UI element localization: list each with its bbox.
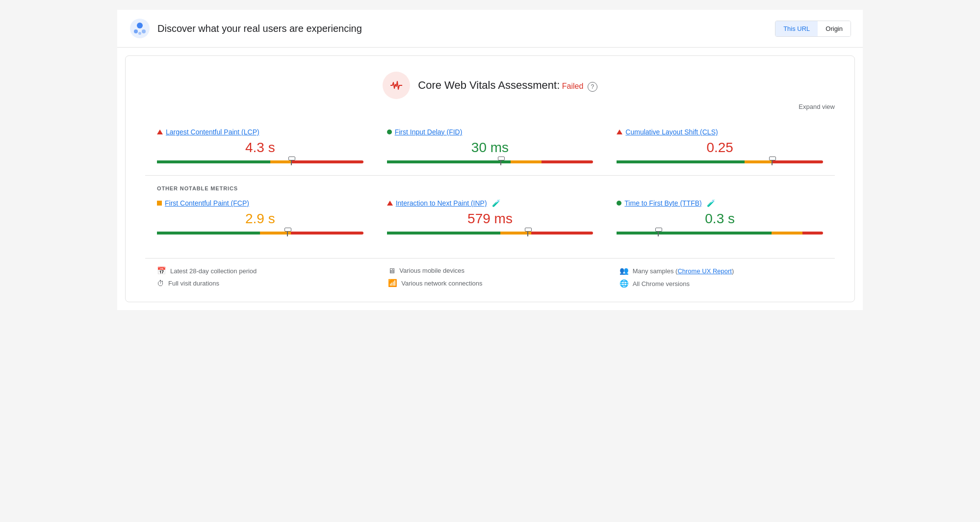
gauge-bar-lcp xyxy=(157,160,363,163)
assessment-header: Core Web Vitals Assessment: Failed ? xyxy=(145,72,835,99)
gauge-orange-fid xyxy=(511,160,542,163)
footer-item-2-1: 🌐 All Chrome versions xyxy=(619,279,823,288)
experimental-icon: 🧪 xyxy=(492,199,500,207)
assessment-title: Core Web Vitals Assessment: xyxy=(418,79,560,91)
other-metrics-grid: First Contentful Paint (FCP) 2.9 s Inter… xyxy=(145,191,835,246)
metric-link-cls[interactable]: Cumulative Layout Shift (CLS) xyxy=(625,128,718,136)
metric-link-ttfb[interactable]: Time to First Byte (TTFB) xyxy=(624,199,701,207)
svg-point-3 xyxy=(142,29,146,33)
gauge-bar-cls xyxy=(617,160,823,163)
footer-link-2-0[interactable]: Chrome UX Report xyxy=(677,267,732,275)
red-triangle-icon xyxy=(387,201,393,206)
assessment-text: Core Web Vitals Assessment: Failed ? xyxy=(418,79,597,92)
url-origin-toggle: This URL Origin xyxy=(775,21,851,37)
footer-item-icon-1-1: 📶 xyxy=(388,279,397,287)
footer-item-1-0: 🖥 Various mobile devices xyxy=(388,266,592,275)
experimental-icon: 🧪 xyxy=(707,199,715,207)
main-card: Core Web Vitals Assessment: Failed ? Exp… xyxy=(125,55,855,302)
metric-label-ttfb: Time to First Byte (TTFB)🧪 xyxy=(617,199,823,207)
footer-item-text-0-1: Full visit durations xyxy=(168,280,219,287)
metric-item-fid: First Input Delay (FID) 30 ms xyxy=(375,120,605,175)
other-metrics-title: OTHER NOTABLE METRICS xyxy=(145,185,835,191)
core-metrics-grid: Largest Contentful Paint (LCP) 4.3 s Fir… xyxy=(145,120,835,175)
gauge-green-ttfb xyxy=(617,232,771,235)
footer-item-text-0-0: Latest 28-day collection period xyxy=(170,267,257,275)
footer-item-text-1-1: Various network connections xyxy=(401,280,482,287)
metric-value-lcp: 4.3 s xyxy=(157,140,363,156)
gauge-green-fcp xyxy=(157,232,260,235)
metric-link-lcp[interactable]: Largest Contentful Paint (LCP) xyxy=(166,128,259,136)
metric-value-fcp: 2.9 s xyxy=(157,211,363,227)
metric-value-cls: 0.25 xyxy=(617,140,823,156)
footer-item-text-2-0: Many samples (Chrome UX Report) xyxy=(633,267,734,275)
footer-item-2-0: 👥 Many samples (Chrome UX Report) xyxy=(619,266,823,275)
metric-value-inp: 579 ms xyxy=(387,211,593,227)
gauge-bar-fcp xyxy=(157,232,363,235)
gauge-marker-cls xyxy=(772,158,773,165)
metric-label-fid: First Input Delay (FID) xyxy=(387,128,593,136)
footer-col-2: 👥 Many samples (Chrome UX Report) 🌐 All … xyxy=(608,266,835,288)
header-left: Discover what your real users are experi… xyxy=(129,18,362,39)
footer-item-1-1: 📶 Various network connections xyxy=(388,279,592,287)
green-dot-icon xyxy=(617,201,621,206)
footer-item-icon-0-0: 📅 xyxy=(157,266,166,275)
metric-item-lcp: Largest Contentful Paint (LCP) 4.3 s xyxy=(145,120,375,175)
metric-label-fcp: First Contentful Paint (FCP) xyxy=(157,199,363,207)
gauge-orange-fcp xyxy=(260,232,291,235)
gauge-bar-inp xyxy=(387,232,593,235)
metric-label-inp: Interaction to Next Paint (INP)🧪 xyxy=(387,199,593,207)
metric-value-fid: 30 ms xyxy=(387,140,593,156)
metric-value-ttfb: 0.3 s xyxy=(617,211,823,227)
footer-item-icon-0-1: ⏱ xyxy=(157,279,164,287)
failed-waveform-icon xyxy=(389,80,403,90)
footer-item-0-0: 📅 Latest 28-day collection period xyxy=(157,266,361,275)
gauge-red-ttfb xyxy=(802,232,823,235)
svg-point-4 xyxy=(138,32,141,35)
metrics-divider xyxy=(145,175,835,176)
metric-item-inp: Interaction to Next Paint (INP)🧪 579 ms xyxy=(375,191,605,246)
gauge-orange-lcp xyxy=(270,160,291,163)
gauge-red-cls xyxy=(772,160,823,163)
metric-item-cls: Cumulative Layout Shift (CLS) 0.25 xyxy=(605,120,835,175)
svg-point-2 xyxy=(134,29,138,33)
footer-item-icon-2-0: 👥 xyxy=(619,266,629,275)
header: Discover what your real users are experi… xyxy=(117,10,863,48)
metric-link-fcp[interactable]: First Contentful Paint (FCP) xyxy=(165,199,249,207)
metric-link-fid[interactable]: First Input Delay (FID) xyxy=(395,128,463,136)
metric-label-lcp: Largest Contentful Paint (LCP) xyxy=(157,128,363,136)
footer-item-text-2-1: All Chrome versions xyxy=(633,280,690,287)
gauge-green-fid xyxy=(387,160,511,163)
metric-link-inp[interactable]: Interaction to Next Paint (INP) xyxy=(396,199,487,207)
gauge-marker-inp xyxy=(527,230,528,236)
orange-square-icon xyxy=(157,201,162,206)
help-icon[interactable]: ? xyxy=(588,82,597,92)
gauge-marker-fcp xyxy=(287,230,288,236)
app-icon xyxy=(129,18,151,39)
red-triangle-icon xyxy=(157,130,163,134)
gauge-green-inp xyxy=(387,232,500,235)
assessment-icon xyxy=(383,72,410,99)
metric-item-ttfb: Time to First Byte (TTFB)🧪 0.3 s xyxy=(605,191,835,246)
footer-col-1: 🖥 Various mobile devices 📶 Various netwo… xyxy=(376,266,603,288)
metric-item-fcp: First Contentful Paint (FCP) 2.9 s xyxy=(145,191,375,246)
gauge-red-lcp xyxy=(291,160,363,163)
svg-point-1 xyxy=(137,23,143,28)
page-container: Discover what your real users are experi… xyxy=(117,10,863,310)
footer-item-text-1-0: Various mobile devices xyxy=(399,267,464,274)
gauge-red-fid xyxy=(542,160,593,163)
origin-button[interactable]: Origin xyxy=(818,21,851,36)
gauge-bar-ttfb xyxy=(617,232,823,235)
footer-col-0: 📅 Latest 28-day collection period ⏱ Full… xyxy=(145,266,372,288)
header-title: Discover what your real users are experi… xyxy=(157,23,362,34)
expand-view-link[interactable]: Expand view xyxy=(145,103,835,110)
gauge-marker-fid xyxy=(500,158,501,165)
gauge-bar-fid xyxy=(387,160,593,163)
footer-item-icon-1-0: 🖥 xyxy=(388,266,395,275)
red-triangle-icon xyxy=(617,130,622,134)
assessment-status: Failed xyxy=(562,82,584,90)
gauge-orange-inp xyxy=(500,232,531,235)
this-url-button[interactable]: This URL xyxy=(775,21,818,36)
footer-item-icon-2-1: 🌐 xyxy=(619,279,629,288)
gauge-green-cls xyxy=(617,160,745,163)
gauge-green-lcp xyxy=(157,160,270,163)
